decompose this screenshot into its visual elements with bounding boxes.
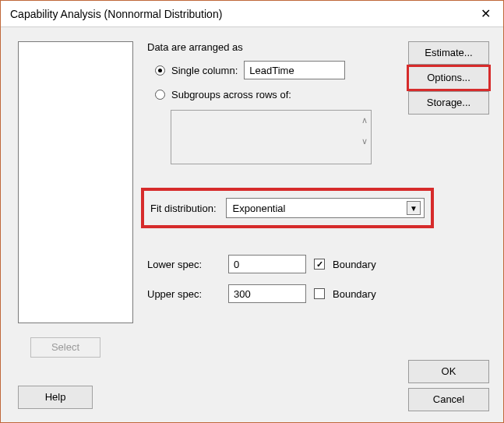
single-column-label: Single column: [171, 65, 238, 76]
ok-cancel-group: OK Cancel [408, 360, 489, 411]
lower-boundary-label: Boundary [333, 259, 376, 270]
single-column-row: Single column: [147, 61, 400, 79]
lower-boundary-checkbox[interactable] [314, 259, 325, 270]
data-arranged-group: Data are arranged as Single column: Subg… [147, 41, 400, 164]
select-button: Select [30, 337, 100, 358]
single-column-radio[interactable] [155, 65, 165, 76]
dropdown-arrow-icon[interactable]: ▼ [407, 201, 421, 215]
subgroups-radio[interactable] [155, 90, 165, 100]
ok-button[interactable]: OK [408, 360, 489, 383]
scroll-spinner: ∧ ∨ [361, 115, 368, 146]
variable-list[interactable] [18, 41, 133, 323]
upper-boundary-checkbox[interactable] [314, 288, 325, 299]
chevron-down-icon[interactable]: ∨ [361, 136, 368, 146]
options-button[interactable]: Options... [408, 66, 489, 90]
side-buttons: Estimate... Options... Storage... [408, 41, 489, 115]
close-icon[interactable]: ✕ [467, 1, 503, 27]
upper-boundary-label: Boundary [333, 288, 376, 300]
cancel-button[interactable]: Cancel [408, 388, 489, 411]
dialog-body: Select Help Estimate... Options... Stora… [1, 27, 503, 422]
subgroups-row: Subgroups across rows of: [147, 89, 400, 100]
titlebar: Capability Analysis (Nonnormal Distribut… [1, 1, 503, 27]
storage-button[interactable]: Storage... [408, 91, 489, 115]
fit-distribution-dropdown[interactable]: Exponential ▼ [226, 198, 425, 218]
upper-spec-input[interactable] [228, 284, 306, 303]
lower-spec-input[interactable] [228, 255, 306, 273]
spec-group: Lower spec: Boundary Upper spec: Boundar… [147, 255, 376, 314]
subgroups-label: Subgroups across rows of: [171, 89, 291, 100]
estimate-button[interactable]: Estimate... [408, 41, 489, 65]
upper-spec-row: Upper spec: Boundary [147, 284, 376, 303]
help-button[interactable]: Help [18, 386, 93, 409]
lower-spec-label: Lower spec: [147, 259, 220, 270]
fit-distribution-value: Exponential [233, 203, 286, 214]
subgroups-textarea: ∧ ∨ [171, 110, 372, 164]
lower-spec-row: Lower spec: Boundary [147, 255, 376, 273]
fit-label: Fit distribution: [150, 203, 217, 214]
chevron-up-icon[interactable]: ∧ [361, 115, 368, 125]
fit-distribution-row: Fit distribution: Exponential ▼ [141, 188, 434, 228]
single-column-input[interactable] [244, 61, 345, 79]
arranged-label: Data are arranged as [147, 41, 400, 53]
upper-spec-label: Upper spec: [147, 288, 220, 300]
dialog-window: Capability Analysis (Nonnormal Distribut… [0, 0, 504, 423]
window-title: Capability Analysis (Nonnormal Distribut… [10, 8, 222, 20]
